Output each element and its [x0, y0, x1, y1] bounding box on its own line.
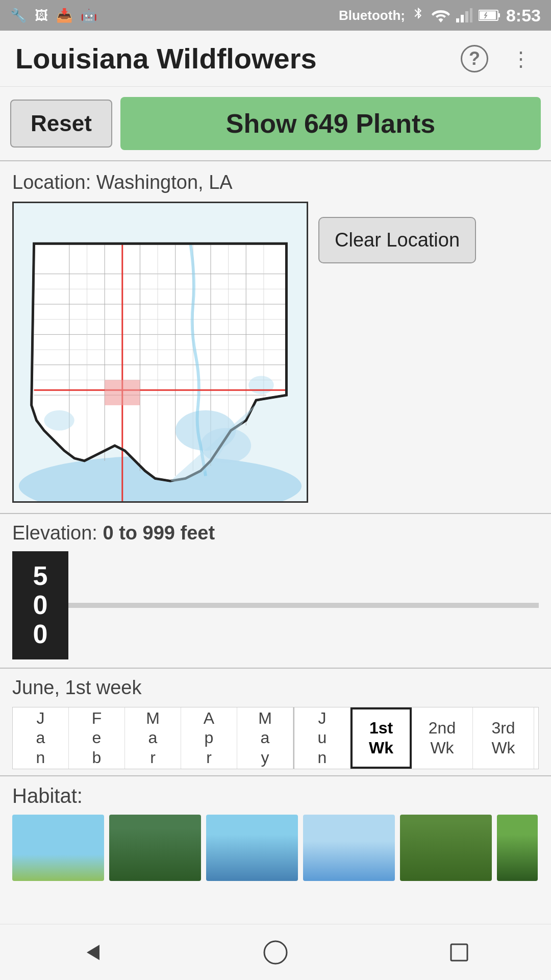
nav-bar: [0, 924, 551, 980]
location-section: Location: Washington, LA: [0, 161, 551, 513]
nav-recents-button[interactable]: [429, 935, 490, 970]
location-label: Location: Washington, LA: [12, 172, 539, 193]
map-container: Clear Location: [12, 202, 539, 503]
show-plants-button[interactable]: Show 649 Plants: [120, 97, 541, 150]
habitat-images-container: [12, 815, 539, 881]
month-feb[interactable]: F e b: [69, 707, 125, 769]
month-jan[interactable]: J a n: [13, 707, 69, 769]
habitat-label: Habitat:: [12, 785, 539, 807]
android-icon: 🤖: [81, 8, 97, 23]
habitat-image-water[interactable]: [206, 815, 298, 881]
elevation-value-line1: 5: [17, 561, 63, 591]
nav-back-button[interactable]: [61, 935, 122, 970]
svg-point-33: [248, 376, 273, 395]
elevation-track[interactable]: [68, 603, 539, 608]
download-icon: 📥: [56, 8, 72, 23]
status-icons-left: 🔧 🖼 📥 🤖: [10, 8, 97, 23]
habitat-image-trees[interactable]: [400, 815, 492, 881]
month-jun[interactable]: J u n: [294, 707, 350, 769]
svg-rect-3: [470, 8, 472, 22]
month-may[interactable]: M a y: [237, 707, 293, 769]
habitat-image-lake[interactable]: [303, 815, 395, 881]
battery-icon: [479, 9, 500, 21]
wrench-icon: 🔧: [10, 8, 27, 23]
more-icon: ⋮: [511, 47, 530, 70]
month-mar[interactable]: M a r: [125, 707, 181, 769]
action-row: Reset Show 649 Plants: [0, 87, 551, 160]
signal-icon: [456, 8, 472, 22]
help-icon: ?: [461, 45, 488, 72]
week-3rd[interactable]: 3rd Wk: [473, 707, 534, 769]
week-1st[interactable]: 1st Wk: [350, 707, 412, 769]
elevation-value-box: 5 0 0: [12, 551, 68, 659]
month-apr[interactable]: A p r: [181, 707, 237, 769]
wifi-icon: [432, 8, 450, 22]
month-week-scroll[interactable]: J a n F e b M a r A p r M a y J u n: [12, 707, 539, 769]
svg-rect-1: [461, 15, 464, 22]
elevation-label: Elevation: 0 to 999 feet: [12, 522, 539, 544]
louisiana-map[interactable]: [12, 202, 308, 503]
clear-location-button[interactable]: Clear Location: [318, 217, 476, 263]
bluetooth-icon: [411, 7, 425, 24]
svg-point-38: [264, 941, 287, 964]
svg-rect-6: [480, 11, 496, 19]
svg-rect-2: [465, 11, 468, 22]
status-bar: 🔧 🖼 📥 🤖 Bluetooth; 8:53: [0, 0, 551, 31]
nav-home-button[interactable]: [245, 935, 306, 970]
svg-marker-37: [87, 945, 99, 960]
svg-rect-0: [456, 18, 459, 22]
help-button[interactable]: ?: [459, 43, 490, 74]
svg-rect-39: [451, 944, 467, 961]
app-bar-actions: ? ⋮: [459, 43, 536, 74]
elevation-value-line3: 0: [17, 620, 63, 649]
app-title: Louisiana Wildflowers: [15, 42, 317, 75]
habitat-image-sky[interactable]: [12, 815, 104, 881]
elevation-value-line2: 0: [17, 591, 63, 620]
svg-point-32: [44, 410, 74, 431]
elevation-slider-container: 5 0 0: [12, 551, 539, 659]
time-display: 8:53: [506, 6, 541, 26]
elevation-section: Elevation: 0 to 999 feet 5 0 0: [0, 514, 551, 668]
reset-button[interactable]: Reset: [10, 100, 112, 148]
habitat-image-forest[interactable]: [109, 815, 201, 881]
habitat-image-partial[interactable]: [497, 815, 538, 881]
svg-rect-5: [498, 13, 500, 17]
bluetooth-icon: Bluetooth;: [339, 8, 405, 23]
app-bar: Louisiana Wildflowers ? ⋮: [0, 31, 551, 87]
week-label: June, 1st week: [12, 677, 539, 699]
svg-rect-36: [105, 380, 140, 405]
week-section: June, 1st week J a n F e b M a r A p r M…: [0, 669, 551, 769]
habitat-section: Habitat:: [0, 776, 551, 881]
elevation-range: 0 to 999 feet: [103, 522, 215, 544]
week-2nd[interactable]: 2nd Wk: [412, 707, 473, 769]
image-icon: 🖼: [35, 8, 48, 23]
more-button[interactable]: ⋮: [505, 43, 536, 74]
status-icons-right: Bluetooth; 8:53: [339, 6, 541, 26]
